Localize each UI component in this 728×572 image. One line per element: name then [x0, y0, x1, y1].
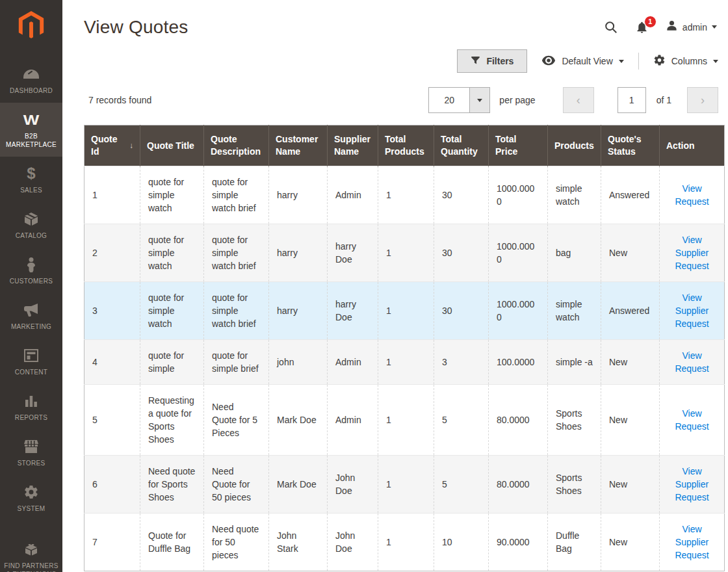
cell-products: Sports Shoes — [548, 456, 601, 514]
chevron-down-icon — [619, 60, 624, 63]
sidebar-item-marketing[interactable]: MARKETING — [0, 293, 62, 339]
previous-page-button[interactable]: ‹ — [563, 87, 594, 113]
cell-quote-status: New — [601, 514, 660, 571]
column-header-total-quantity[interactable]: Total Quantity — [434, 125, 489, 166]
cell-total-price: 90.0000 — [489, 514, 548, 571]
total-pages-label: of 1 — [656, 95, 671, 105]
default-view-label: Default View — [562, 56, 612, 66]
per-page-label: per page — [499, 95, 535, 105]
sidebar-item-label: MARKETING — [11, 322, 51, 331]
system-icon — [23, 484, 39, 500]
cell-products: simple -a — [548, 340, 601, 385]
cell-supplier-name: Admin — [328, 166, 378, 224]
sidebar-item-sales[interactable]: $ SALES — [0, 157, 62, 202]
sidebar-item-b2b-marketplace[interactable]: W B2B MARKETPLACE — [0, 103, 62, 157]
grid-toolbar: Filters Default View — [84, 49, 725, 73]
cell-supplier-name: harry Doe — [328, 224, 378, 282]
app-window: DASHBOARD W B2B MARKETPLACE $ SALES CATA… — [0, 0, 728, 572]
column-header-quote-status[interactable]: Quote's Status — [601, 125, 660, 166]
quote-row: 7Quote for Duffle BagNeed quote for 50 p… — [84, 514, 725, 571]
cell-products: simple watch — [548, 282, 601, 340]
cell-quote-description: quote for simple watch brief — [204, 224, 269, 282]
sidebar-item-label: CUSTOMERS — [10, 277, 53, 285]
quote-row: 5Requesting a quote for Sports ShoesNeed… — [84, 385, 725, 456]
cell-action: View Request — [660, 385, 725, 456]
view-request-link[interactable]: View Request — [675, 183, 708, 207]
cell-total-price: 100.0000 — [489, 340, 548, 385]
column-header-quote-description[interactable]: Quote Description — [204, 125, 269, 166]
column-header-customer-name[interactable]: Customer Name — [269, 125, 328, 166]
view-request-link[interactable]: View Supplier Request — [675, 235, 708, 271]
records-found-text: 7 records found — [88, 95, 151, 105]
eye-icon — [541, 55, 556, 68]
filters-button[interactable]: Filters — [457, 49, 527, 73]
sidebar-item-reports[interactable]: REPORTS — [0, 384, 62, 430]
cell-quote-description: Need Quote for 5 Pieces — [204, 385, 269, 456]
columns-dropdown[interactable]: Columns — [653, 54, 718, 68]
next-page-button[interactable]: › — [687, 87, 718, 113]
header-actions: 1 admin — [604, 16, 725, 34]
cell-total-products: 1 — [378, 340, 434, 385]
column-header-supplier-name[interactable]: Supplier Name — [328, 125, 378, 166]
column-header-products[interactable]: Products — [548, 125, 601, 166]
view-request-link[interactable]: View Request — [675, 350, 708, 374]
cell-total-price: 1000.0000 — [489, 282, 548, 340]
view-request-link[interactable]: View Supplier Request — [675, 524, 708, 560]
cell-products: simple watch — [548, 166, 601, 224]
stores-icon — [23, 438, 39, 455]
search-icon[interactable] — [604, 20, 618, 34]
column-header-quote-title[interactable]: Quote Title — [140, 125, 204, 166]
sidebar-item-catalog[interactable]: CATALOG — [0, 202, 62, 248]
column-header-action[interactable]: Action — [660, 125, 725, 166]
cell-total-price: 80.0000 — [489, 385, 548, 456]
cell-total-quantity: 5 — [434, 456, 489, 514]
cell-quote-status: New — [601, 224, 660, 282]
notifications-bell-icon[interactable]: 1 — [635, 20, 649, 34]
cell-supplier-name: John Doe — [328, 514, 378, 571]
magento-logo[interactable] — [0, 0, 62, 46]
admin-menu[interactable]: admin — [666, 20, 717, 34]
sidebar-item-customers[interactable]: CUSTOMERS — [0, 248, 62, 293]
cell-total-price: 1000.0000 — [489, 166, 548, 224]
sidebar-item-stores[interactable]: STORES — [0, 430, 62, 475]
filters-button-label: Filters — [486, 56, 514, 66]
sidebar-item-label: FIND PARTNERS & EXTENSIONS — [2, 562, 60, 572]
cell-action: View Request — [660, 166, 725, 224]
cell-quote-title: Requesting a quote for Sports Shoes — [140, 385, 204, 456]
cell-quote-description: Need quote for 50 pieces — [204, 514, 269, 571]
cell-total-quantity: 3 — [434, 340, 489, 385]
cell-customer-name: John Stark — [269, 514, 328, 571]
column-header-quote-id[interactable]: Quote Id ↓ — [84, 125, 140, 166]
sidebar-item-find-partners[interactable]: FIND PARTNERS & EXTENSIONS — [0, 532, 62, 572]
find-partners-icon — [23, 541, 39, 558]
cell-supplier-name: John Doe — [328, 456, 378, 514]
pagination: 20 per page ‹ of 1 › — [428, 87, 725, 113]
cell-quote-id: 4 — [84, 340, 140, 385]
sidebar-item-system[interactable]: SYSTEM — [0, 475, 62, 521]
view-request-link[interactable]: View Supplier Request — [675, 292, 708, 329]
sidebar-item-content[interactable]: CONTENT — [0, 339, 62, 384]
per-page-dropdown-arrow — [469, 88, 489, 112]
sidebar-item-label: SYSTEM — [18, 504, 46, 513]
default-view-dropdown[interactable]: Default View — [541, 55, 623, 68]
columns-label: Columns — [671, 56, 707, 66]
view-request-link[interactable]: View Request — [675, 408, 708, 432]
cell-supplier-name: Admin — [328, 340, 378, 385]
column-header-total-price[interactable]: Total Price — [489, 125, 548, 166]
catalog-icon — [23, 211, 39, 228]
view-request-link[interactable]: View Supplier Request — [675, 466, 708, 502]
cell-quote-id: 5 — [84, 385, 140, 456]
cell-total-quantity: 30 — [434, 224, 489, 282]
sidebar-item-dashboard[interactable]: DASHBOARD — [0, 57, 62, 103]
cell-supplier-name: Admin — [328, 385, 378, 456]
column-header-total-products[interactable]: Total Products — [378, 125, 434, 166]
page-number-input[interactable] — [618, 87, 646, 113]
cell-quote-id: 1 — [84, 166, 140, 224]
customers-icon — [25, 256, 38, 273]
cell-customer-name: Mark Doe — [269, 456, 328, 514]
cell-quote-id: 7 — [84, 514, 140, 571]
cell-total-quantity: 5 — [434, 385, 489, 456]
cell-products: bag — [548, 224, 601, 282]
cell-total-quantity: 10 — [434, 514, 489, 571]
per-page-select[interactable]: 20 — [428, 87, 490, 113]
